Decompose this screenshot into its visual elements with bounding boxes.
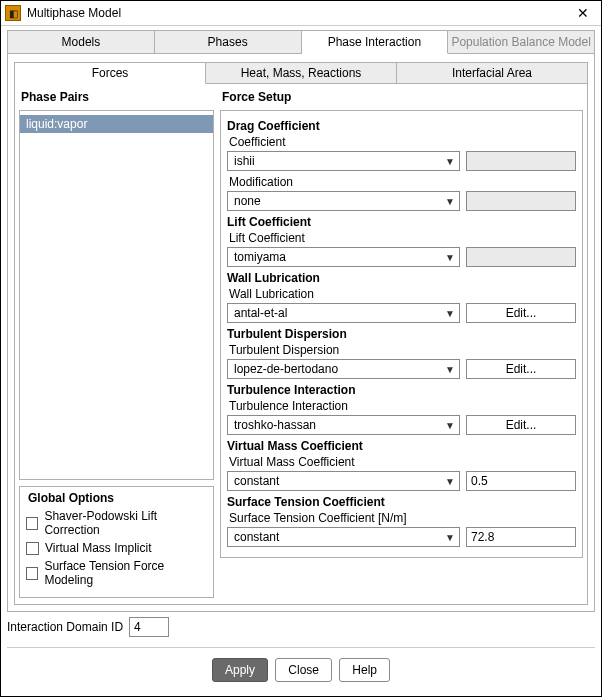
select-value: tomiyama [234, 250, 286, 264]
drag-modification-select[interactable]: none ▼ [227, 191, 460, 211]
wall-lubrication-edit-button[interactable]: Edit... [466, 303, 576, 323]
interaction-domain-id-input[interactable] [129, 617, 169, 637]
virtual-mass-coefficient-input[interactable] [466, 471, 576, 491]
phase-pair-item[interactable]: liquid:vapor [20, 115, 213, 133]
select-value: antal-et-al [234, 306, 287, 320]
select-value: ishii [234, 154, 255, 168]
phase-pairs-list[interactable]: liquid:vapor [19, 110, 214, 480]
surface-tension-coefficient-header: Surface Tension Coefficient [227, 495, 576, 509]
modification-label: Modification [229, 175, 576, 189]
select-value: troshko-hassan [234, 418, 316, 432]
turbulence-interaction-select[interactable]: troshko-hassan ▼ [227, 415, 460, 435]
checkbox-shaver-podowski[interactable]: Shaver-Podowski Lift Correction [26, 509, 207, 537]
checkbox-virtual-mass-implicit[interactable]: Virtual Mass Implicit [26, 541, 207, 555]
chevron-down-icon: ▼ [445, 156, 455, 167]
checkbox-label: Shaver-Podowski Lift Correction [44, 509, 207, 537]
select-value: none [234, 194, 261, 208]
wall-lubrication-header: Wall Lubrication [227, 271, 576, 285]
virtual-mass-coefficient-select[interactable]: constant ▼ [227, 471, 460, 491]
drag-coefficient-select[interactable]: ishii ▼ [227, 151, 460, 171]
turbulence-interaction-label: Turbulence Interaction [229, 399, 576, 413]
turbulence-interaction-header: Turbulence Interaction [227, 383, 576, 397]
chevron-down-icon: ▼ [445, 252, 455, 263]
turbulent-dispersion-edit-button[interactable]: Edit... [466, 359, 576, 379]
surface-tension-coefficient-select[interactable]: constant ▼ [227, 527, 460, 547]
force-setup-panel: Drag Coefficient Coefficient ishii ▼ Mod… [220, 110, 583, 558]
virtual-mass-coefficient-header: Virtual Mass Coefficient [227, 439, 576, 453]
select-value: lopez-de-bertodano [234, 362, 338, 376]
virtual-mass-coefficient-label: Virtual Mass Coefficient [229, 455, 576, 469]
tab-forces[interactable]: Forces [15, 63, 206, 84]
phase-interaction-page: Forces Heat, Mass, Reactions Interfacial… [7, 54, 595, 612]
lift-coefficient-header: Lift Coefficient [227, 215, 576, 229]
select-value: constant [234, 474, 279, 488]
wall-lubrication-label: Wall Lubrication [229, 287, 576, 301]
turbulent-dispersion-label: Turbulent Dispersion [229, 343, 576, 357]
chevron-down-icon: ▼ [445, 420, 455, 431]
force-setup-header: Force Setup [222, 90, 583, 104]
tab-models[interactable]: Models [8, 31, 155, 54]
help-button[interactable]: Help [339, 658, 390, 682]
separator [7, 647, 595, 648]
drag-coefficient-header: Drag Coefficient [227, 119, 576, 133]
checkbox-icon[interactable] [26, 517, 38, 530]
tab-heat-mass-reactions[interactable]: Heat, Mass, Reactions [206, 63, 397, 84]
chevron-down-icon: ▼ [445, 196, 455, 207]
lift-coefficient-sidefield [466, 247, 576, 267]
sub-tabbar: Forces Heat, Mass, Reactions Interfacial… [14, 62, 588, 84]
wall-lubrication-select[interactable]: antal-et-al ▼ [227, 303, 460, 323]
global-options-header: Global Options [28, 491, 207, 505]
checkbox-icon[interactable] [26, 567, 38, 580]
checkbox-surface-tension-force-modeling[interactable]: Surface Tension Force Modeling [26, 559, 207, 587]
tab-interfacial-area[interactable]: Interfacial Area [397, 63, 587, 84]
tab-phases[interactable]: Phases [155, 31, 302, 54]
interaction-domain-id-label: Interaction Domain ID [7, 620, 123, 634]
main-tabbar: Models Phases Phase Interaction Populati… [7, 30, 595, 54]
checkbox-label: Virtual Mass Implicit [45, 541, 151, 555]
coefficient-label: Coefficient [229, 135, 576, 149]
surface-tension-coefficient-input[interactable] [466, 527, 576, 547]
checkbox-label: Surface Tension Force Modeling [44, 559, 207, 587]
tab-phase-interaction[interactable]: Phase Interaction [302, 31, 449, 54]
apply-button[interactable]: Apply [212, 658, 268, 682]
close-icon[interactable]: ✕ [573, 5, 593, 21]
lift-coefficient-label: Lift Coefficient [229, 231, 576, 245]
close-button[interactable]: Close [275, 658, 332, 682]
turbulent-dispersion-select[interactable]: lopez-de-bertodano ▼ [227, 359, 460, 379]
lift-coefficient-select[interactable]: tomiyama ▼ [227, 247, 460, 267]
tab-population-balance: Population Balance Model [448, 31, 594, 54]
surface-tension-coefficient-label: Surface Tension Coefficient [N/m] [229, 511, 576, 525]
turbulent-dispersion-header: Turbulent Dispersion [227, 327, 576, 341]
chevron-down-icon: ▼ [445, 308, 455, 319]
footer-buttons: Apply Close Help [1, 652, 601, 692]
chevron-down-icon: ▼ [445, 364, 455, 375]
chevron-down-icon: ▼ [445, 532, 455, 543]
phase-pairs-header: Phase Pairs [21, 90, 214, 104]
drag-modification-sidefield [466, 191, 576, 211]
titlebar: ◧ Multiphase Model ✕ [1, 1, 601, 26]
select-value: constant [234, 530, 279, 544]
drag-coefficient-sidefield [466, 151, 576, 171]
turbulence-interaction-edit-button[interactable]: Edit... [466, 415, 576, 435]
window-title: Multiphase Model [27, 6, 573, 20]
app-icon: ◧ [5, 5, 21, 21]
chevron-down-icon: ▼ [445, 476, 455, 487]
forces-page: Phase Pairs liquid:vapor Global Options … [14, 84, 588, 605]
checkbox-icon[interactable] [26, 542, 39, 555]
